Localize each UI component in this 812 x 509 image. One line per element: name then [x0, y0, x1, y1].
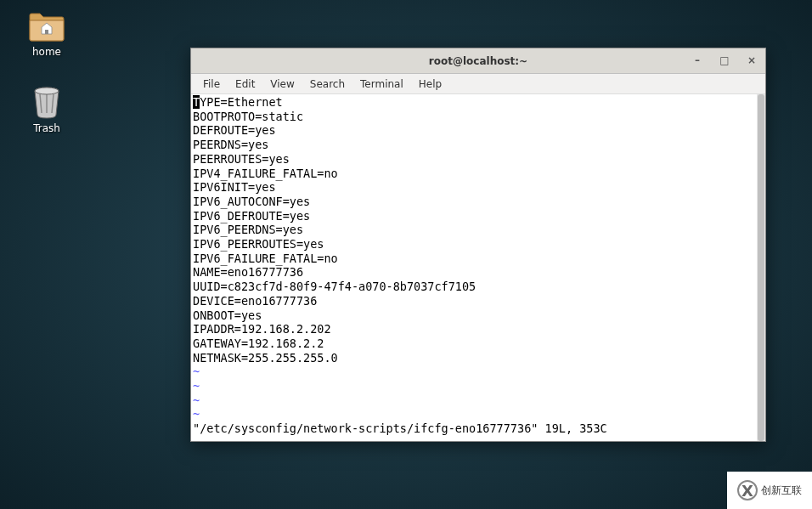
terminal-line: NETMASK=255.255.255.0: [193, 351, 338, 365]
terminal-line: IPV6_PEERDNS=yes: [193, 223, 303, 236]
terminal-line: PEERROUTES=yes: [193, 152, 290, 166]
menu-view[interactable]: View: [263, 76, 301, 93]
folder-home-icon: [26, 8, 67, 42]
terminal-line: IPV6INIT=yes: [193, 180, 276, 194]
terminal-tilde: ~: [193, 365, 200, 378]
watermark-logo-icon: X: [737, 480, 758, 501]
terminal-line: UUID=c823cf7d-80f9-47f4-a070-8b7037cf710…: [193, 280, 476, 293]
terminal-status-line: "/etc/sysconfig/network-scripts/ifcfg-en…: [193, 421, 607, 435]
menu-terminal[interactable]: Terminal: [353, 76, 410, 93]
watermark-text: 创新互联: [761, 484, 802, 498]
desktop-icon-trash[interactable]: Trash: [13, 85, 81, 134]
scrollbar-thumb[interactable]: [758, 94, 764, 441]
terminal-line: IPV6_DEFROUTE=yes: [193, 209, 310, 223]
terminal-tilde: ~: [193, 379, 200, 393]
terminal-cursor: T: [193, 95, 200, 109]
terminal-content: TYPE=Ethernet BOOTPROTO=static DEFROUTE=…: [193, 95, 764, 436]
terminal-line: GATEWAY=192.168.2.2: [193, 337, 324, 350]
scrollbar[interactable]: [757, 94, 765, 441]
terminal-body[interactable]: TYPE=Ethernet BOOTPROTO=static DEFROUTE=…: [191, 94, 765, 441]
terminal-line: IPADDR=192.168.2.202: [193, 322, 331, 336]
terminal-line: ONBOOT=yes: [193, 308, 262, 322]
menubar: File Edit View Search Terminal Help: [191, 74, 765, 94]
trash-icon: [26, 85, 67, 119]
menu-file[interactable]: File: [196, 76, 227, 93]
terminal-line-0-rest: YPE=Ethernet: [200, 95, 283, 109]
terminal-line: NAME=eno16777736: [193, 265, 303, 279]
desktop-icon-trash-label: Trash: [33, 122, 60, 134]
terminal-line: IPV6_FAILURE_FATAL=no: [193, 252, 338, 265]
titlebar[interactable]: root@localhost:~ – □ ×: [191, 48, 765, 74]
svg-rect-0: [45, 30, 48, 34]
menu-edit[interactable]: Edit: [228, 76, 262, 93]
terminal-line: IPV6_AUTOCONF=yes: [193, 195, 310, 208]
terminal-line: DEVICE=eno16777736: [193, 294, 317, 308]
close-button[interactable]: ×: [743, 52, 760, 69]
terminal-tilde: ~: [193, 407, 200, 421]
desktop-icon-home[interactable]: home: [13, 8, 81, 58]
menu-help[interactable]: Help: [412, 76, 448, 93]
terminal-window: root@localhost:~ – □ × File Edit View Se…: [190, 48, 766, 442]
terminal-line: IPV4_FAILURE_FATAL=no: [193, 167, 338, 180]
maximize-button[interactable]: □: [716, 52, 733, 69]
window-title: root@localhost:~: [429, 55, 527, 67]
minimize-button[interactable]: –: [689, 52, 706, 69]
window-controls: – □ ×: [689, 52, 760, 69]
menu-search[interactable]: Search: [303, 76, 352, 93]
desktop-icon-home-label: home: [32, 46, 61, 58]
terminal-line: IPV6_PEERROUTES=yes: [193, 237, 324, 251]
terminal-line: DEFROUTE=yes: [193, 123, 276, 137]
watermark: X 创新互联: [727, 472, 812, 509]
terminal-line: BOOTPROTO=static: [193, 110, 303, 123]
svg-point-5: [35, 88, 59, 94]
terminal-tilde: ~: [193, 393, 200, 407]
terminal-line: PEERDNS=yes: [193, 138, 268, 151]
